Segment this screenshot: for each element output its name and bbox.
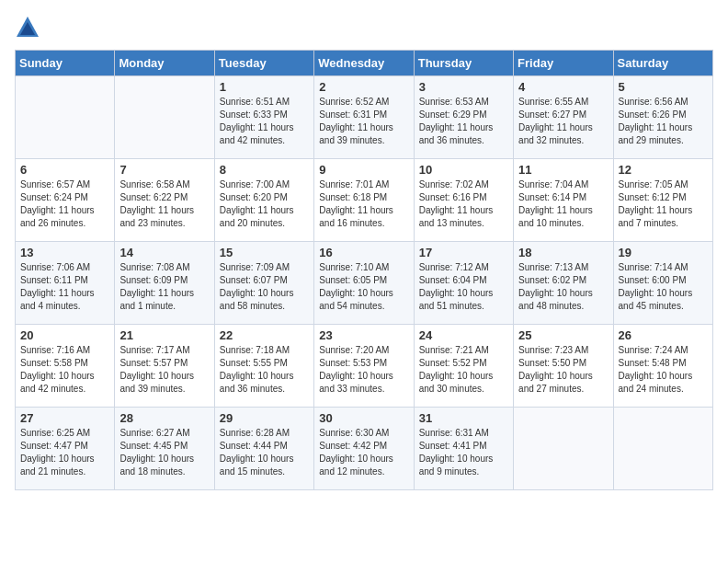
day-number: 14	[119, 246, 209, 259]
day-number: 21	[119, 328, 209, 342]
day-info: Sunrise: 7:10 AM Sunset: 6:05 PM Dayligh…	[319, 261, 408, 313]
calendar-cell: 17Sunrise: 7:12 AM Sunset: 6:04 PM Dayli…	[414, 242, 513, 325]
day-info: Sunrise: 7:24 AM Sunset: 5:48 PM Dayligh…	[619, 344, 708, 396]
day-number: 3	[419, 80, 508, 94]
week-row-2: 6Sunrise: 6:57 AM Sunset: 6:24 PM Daylig…	[16, 159, 713, 242]
day-number: 15	[220, 246, 309, 259]
day-info: Sunrise: 6:55 AM Sunset: 6:27 PM Dayligh…	[518, 96, 608, 147]
calendar-cell: 15Sunrise: 7:09 AM Sunset: 6:07 PM Dayli…	[214, 242, 313, 325]
day-info: Sunrise: 6:28 AM Sunset: 4:44 PM Dayligh…	[220, 427, 309, 478]
calendar-cell: 11Sunrise: 7:04 AM Sunset: 6:14 PM Dayli…	[514, 159, 613, 242]
day-info: Sunrise: 6:51 AM Sunset: 6:33 PM Dayligh…	[220, 96, 309, 147]
day-number: 9	[319, 163, 408, 177]
calendar-header: SundayMondayTuesdayWednesdayThursdayFrid…	[16, 51, 713, 76]
day-number: 5	[619, 80, 708, 94]
calendar-cell: 19Sunrise: 7:14 AM Sunset: 6:00 PM Dayli…	[613, 242, 712, 325]
day-info: Sunrise: 7:18 AM Sunset: 5:55 PM Dayligh…	[220, 344, 309, 396]
day-number: 31	[419, 411, 508, 425]
day-info: Sunrise: 7:04 AM Sunset: 6:14 PM Dayligh…	[518, 178, 608, 230]
day-info: Sunrise: 7:14 AM Sunset: 6:00 PM Dayligh…	[619, 261, 708, 313]
calendar-cell	[613, 408, 712, 490]
day-number: 12	[619, 163, 708, 177]
calendar-cell: 4Sunrise: 6:55 AM Sunset: 6:27 PM Daylig…	[514, 76, 613, 159]
week-row-1: 1Sunrise: 6:51 AM Sunset: 6:33 PM Daylig…	[16, 76, 713, 159]
day-number: 16	[319, 246, 408, 259]
day-info: Sunrise: 7:20 AM Sunset: 5:53 PM Dayligh…	[319, 344, 408, 396]
calendar-cell: 3Sunrise: 6:53 AM Sunset: 6:29 PM Daylig…	[414, 76, 513, 159]
header-day-thursday: Thursday	[414, 51, 513, 76]
header-row: SundayMondayTuesdayWednesdayThursdayFrid…	[16, 51, 713, 76]
calendar-cell: 23Sunrise: 7:20 AM Sunset: 5:53 PM Dayli…	[314, 325, 414, 408]
day-info: Sunrise: 6:30 AM Sunset: 4:42 PM Dayligh…	[319, 427, 408, 478]
day-number: 27	[20, 411, 109, 425]
calendar-cell: 27Sunrise: 6:25 AM Sunset: 4:47 PM Dayli…	[16, 408, 115, 490]
week-row-4: 20Sunrise: 7:16 AM Sunset: 5:58 PM Dayli…	[16, 325, 713, 408]
day-number: 1	[220, 80, 309, 94]
week-row-3: 13Sunrise: 7:06 AM Sunset: 6:11 PM Dayli…	[16, 242, 713, 325]
day-info: Sunrise: 6:27 AM Sunset: 4:45 PM Dayligh…	[119, 427, 209, 478]
calendar-body: 1Sunrise: 6:51 AM Sunset: 6:33 PM Daylig…	[16, 76, 713, 490]
day-number: 24	[419, 328, 508, 342]
day-number: 13	[20, 246, 109, 259]
day-number: 11	[518, 163, 608, 177]
day-info: Sunrise: 6:58 AM Sunset: 6:22 PM Dayligh…	[119, 178, 209, 230]
day-info: Sunrise: 6:56 AM Sunset: 6:26 PM Dayligh…	[619, 96, 708, 147]
day-info: Sunrise: 7:01 AM Sunset: 6:18 PM Dayligh…	[319, 178, 408, 230]
day-info: Sunrise: 7:13 AM Sunset: 6:02 PM Dayligh…	[518, 261, 608, 313]
day-number: 18	[518, 246, 608, 259]
header-day-tuesday: Tuesday	[214, 51, 313, 76]
day-info: Sunrise: 7:16 AM Sunset: 5:58 PM Dayligh…	[20, 344, 109, 396]
day-info: Sunrise: 7:12 AM Sunset: 6:04 PM Dayligh…	[419, 261, 508, 313]
day-info: Sunrise: 7:06 AM Sunset: 6:11 PM Dayligh…	[20, 261, 109, 313]
day-number: 23	[319, 328, 408, 342]
calendar-cell: 1Sunrise: 6:51 AM Sunset: 6:33 PM Daylig…	[214, 76, 313, 159]
day-number: 22	[220, 328, 309, 342]
calendar-cell: 6Sunrise: 6:57 AM Sunset: 6:24 PM Daylig…	[16, 159, 115, 242]
day-number: 2	[319, 80, 408, 94]
day-info: Sunrise: 6:25 AM Sunset: 4:47 PM Dayligh…	[20, 427, 109, 478]
day-info: Sunrise: 7:17 AM Sunset: 5:57 PM Dayligh…	[119, 344, 209, 396]
logo	[15, 15, 42, 40]
calendar-cell: 29Sunrise: 6:28 AM Sunset: 4:44 PM Dayli…	[214, 408, 313, 490]
day-info: Sunrise: 7:00 AM Sunset: 6:20 PM Dayligh…	[220, 178, 309, 230]
calendar-cell: 31Sunrise: 6:31 AM Sunset: 4:41 PM Dayli…	[414, 408, 513, 490]
calendar-cell: 20Sunrise: 7:16 AM Sunset: 5:58 PM Dayli…	[16, 325, 115, 408]
calendar-cell	[115, 76, 214, 159]
day-number: 19	[619, 246, 708, 259]
day-info: Sunrise: 6:31 AM Sunset: 4:41 PM Dayligh…	[419, 427, 508, 478]
calendar-cell: 28Sunrise: 6:27 AM Sunset: 4:45 PM Dayli…	[115, 408, 214, 490]
day-info: Sunrise: 6:57 AM Sunset: 6:24 PM Dayligh…	[20, 178, 109, 230]
calendar-cell: 18Sunrise: 7:13 AM Sunset: 6:02 PM Dayli…	[514, 242, 613, 325]
header-day-friday: Friday	[514, 51, 613, 76]
day-info: Sunrise: 7:08 AM Sunset: 6:09 PM Dayligh…	[119, 261, 209, 313]
calendar-cell: 21Sunrise: 7:17 AM Sunset: 5:57 PM Dayli…	[115, 325, 214, 408]
calendar-cell: 10Sunrise: 7:02 AM Sunset: 6:16 PM Dayli…	[414, 159, 513, 242]
calendar-cell: 16Sunrise: 7:10 AM Sunset: 6:05 PM Dayli…	[314, 242, 414, 325]
calendar-cell: 26Sunrise: 7:24 AM Sunset: 5:48 PM Dayli…	[613, 325, 712, 408]
calendar-cell: 13Sunrise: 7:06 AM Sunset: 6:11 PM Dayli…	[16, 242, 115, 325]
day-number: 25	[518, 328, 608, 342]
day-number: 10	[419, 163, 508, 177]
day-number: 8	[220, 163, 309, 177]
day-number: 4	[518, 80, 608, 94]
calendar-cell	[514, 408, 613, 490]
calendar-cell: 9Sunrise: 7:01 AM Sunset: 6:18 PM Daylig…	[314, 159, 414, 242]
calendar-cell: 24Sunrise: 7:21 AM Sunset: 5:52 PM Dayli…	[414, 325, 513, 408]
logo-icon	[15, 15, 40, 40]
day-number: 29	[220, 411, 309, 425]
day-info: Sunrise: 7:23 AM Sunset: 5:50 PM Dayligh…	[518, 344, 608, 396]
calendar-cell: 22Sunrise: 7:18 AM Sunset: 5:55 PM Dayli…	[214, 325, 313, 408]
header-day-sunday: Sunday	[16, 51, 115, 76]
calendar-cell: 2Sunrise: 6:52 AM Sunset: 6:31 PM Daylig…	[314, 76, 414, 159]
calendar-cell: 8Sunrise: 7:00 AM Sunset: 6:20 PM Daylig…	[214, 159, 313, 242]
calendar-cell: 25Sunrise: 7:23 AM Sunset: 5:50 PM Dayli…	[514, 325, 613, 408]
day-number: 26	[619, 328, 708, 342]
week-row-5: 27Sunrise: 6:25 AM Sunset: 4:47 PM Dayli…	[16, 408, 713, 490]
day-info: Sunrise: 7:02 AM Sunset: 6:16 PM Dayligh…	[419, 178, 508, 230]
day-number: 20	[20, 328, 109, 342]
calendar-table: SundayMondayTuesdayWednesdayThursdayFrid…	[15, 50, 713, 490]
header-day-saturday: Saturday	[613, 51, 712, 76]
calendar-cell: 12Sunrise: 7:05 AM Sunset: 6:12 PM Dayli…	[613, 159, 712, 242]
header-day-wednesday: Wednesday	[314, 51, 414, 76]
day-number: 7	[119, 163, 209, 177]
